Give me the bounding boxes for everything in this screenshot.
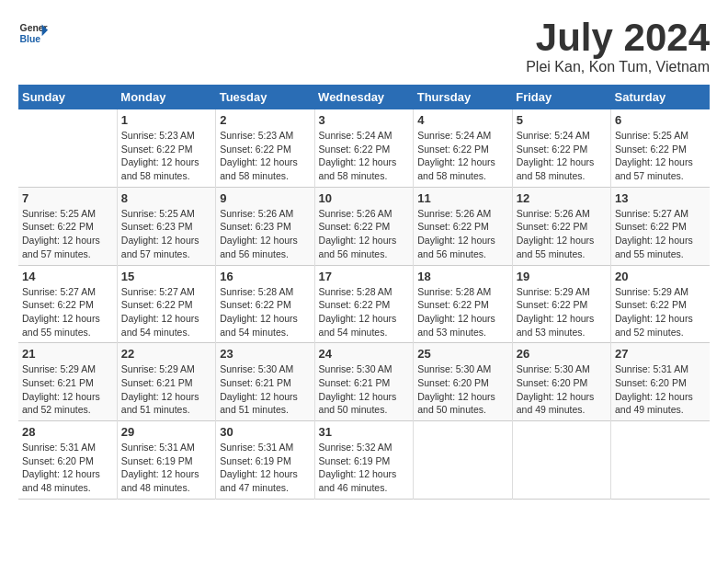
header-cell-tuesday: Tuesday — [216, 85, 314, 109]
header-cell-saturday: Saturday — [611, 85, 711, 109]
day-cell: 31Sunrise: 5:32 AM Sunset: 6:19 PM Dayli… — [314, 421, 414, 500]
day-number: 4 — [417, 113, 507, 127]
day-info: Sunrise: 5:25 AM Sunset: 6:22 PM Dayligh… — [615, 129, 706, 183]
day-number: 25 — [417, 347, 507, 361]
day-cell: 29Sunrise: 5:31 AM Sunset: 6:19 PM Dayli… — [117, 421, 215, 500]
day-cell: 12Sunrise: 5:26 AM Sunset: 6:22 PM Dayli… — [512, 187, 610, 265]
day-number: 23 — [220, 347, 310, 361]
header-cell-sunday: Sunday — [18, 85, 117, 109]
day-number: 9 — [220, 191, 310, 205]
day-cell — [512, 421, 610, 500]
day-info: Sunrise: 5:27 AM Sunset: 6:22 PM Dayligh… — [615, 207, 706, 261]
day-number: 29 — [121, 425, 211, 439]
week-row-2: 7Sunrise: 5:25 AM Sunset: 6:22 PM Daylig… — [18, 187, 710, 265]
day-info: Sunrise: 5:27 AM Sunset: 6:22 PM Dayligh… — [22, 285, 113, 339]
day-cell: 22Sunrise: 5:29 AM Sunset: 6:21 PM Dayli… — [117, 343, 215, 421]
day-number: 22 — [121, 347, 211, 361]
day-number: 13 — [615, 191, 706, 205]
day-cell: 4Sunrise: 5:24 AM Sunset: 6:22 PM Daylig… — [414, 109, 512, 187]
day-info: Sunrise: 5:31 AM Sunset: 6:20 PM Dayligh… — [22, 441, 113, 495]
day-cell: 30Sunrise: 5:31 AM Sunset: 6:19 PM Dayli… — [216, 421, 314, 500]
day-cell: 18Sunrise: 5:28 AM Sunset: 6:22 PM Dayli… — [414, 265, 512, 343]
day-info: Sunrise: 5:31 AM Sunset: 6:20 PM Dayligh… — [615, 362, 706, 417]
day-info: Sunrise: 5:28 AM Sunset: 6:22 PM Dayligh… — [220, 285, 310, 339]
day-info: Sunrise: 5:24 AM Sunset: 6:22 PM Dayligh… — [517, 129, 607, 183]
day-cell: 5Sunrise: 5:24 AM Sunset: 6:22 PM Daylig… — [512, 109, 610, 187]
day-info: Sunrise: 5:30 AM Sunset: 6:21 PM Dayligh… — [220, 362, 310, 417]
calendar-header: SundayMondayTuesdayWednesdayThursdayFrid… — [18, 85, 710, 109]
day-number: 30 — [220, 425, 310, 439]
day-info: Sunrise: 5:30 AM Sunset: 6:20 PM Dayligh… — [417, 362, 507, 417]
day-cell: 17Sunrise: 5:28 AM Sunset: 6:22 PM Dayli… — [314, 265, 414, 343]
day-info: Sunrise: 5:26 AM Sunset: 6:22 PM Dayligh… — [319, 207, 410, 261]
day-cell: 27Sunrise: 5:31 AM Sunset: 6:20 PM Dayli… — [611, 343, 711, 421]
day-number: 10 — [319, 191, 410, 205]
calendar-table: SundayMondayTuesdayWednesdayThursdayFrid… — [18, 85, 710, 500]
day-number: 21 — [22, 347, 113, 361]
day-info: Sunrise: 5:30 AM Sunset: 6:21 PM Dayligh… — [319, 362, 410, 417]
day-number: 27 — [615, 347, 706, 361]
day-info: Sunrise: 5:30 AM Sunset: 6:20 PM Dayligh… — [517, 362, 607, 417]
day-number: 6 — [615, 113, 706, 127]
day-number: 5 — [517, 113, 607, 127]
day-info: Sunrise: 5:25 AM Sunset: 6:23 PM Dayligh… — [121, 207, 211, 261]
day-number: 28 — [22, 425, 113, 439]
page-header: General Blue July 2024 Plei Kan, Kon Tum… — [18, 18, 710, 75]
week-row-3: 14Sunrise: 5:27 AM Sunset: 6:22 PM Dayli… — [18, 265, 710, 343]
day-cell — [414, 421, 512, 500]
header-row: SundayMondayTuesdayWednesdayThursdayFrid… — [18, 85, 710, 109]
location: Plei Kan, Kon Tum, Vietnam — [526, 59, 710, 75]
day-number: 15 — [121, 270, 211, 283]
day-cell: 11Sunrise: 5:26 AM Sunset: 6:22 PM Dayli… — [414, 187, 512, 265]
day-cell — [18, 109, 117, 187]
day-cell: 20Sunrise: 5:29 AM Sunset: 6:22 PM Dayli… — [611, 265, 711, 343]
day-cell: 13Sunrise: 5:27 AM Sunset: 6:22 PM Dayli… — [611, 187, 711, 265]
week-row-5: 28Sunrise: 5:31 AM Sunset: 6:20 PM Dayli… — [18, 421, 710, 500]
day-info: Sunrise: 5:27 AM Sunset: 6:22 PM Dayligh… — [121, 285, 211, 339]
logo: General Blue — [18, 18, 48, 48]
week-row-1: 1Sunrise: 5:23 AM Sunset: 6:22 PM Daylig… — [18, 109, 710, 187]
day-number: 2 — [220, 113, 310, 127]
day-cell: 19Sunrise: 5:29 AM Sunset: 6:22 PM Dayli… — [512, 265, 610, 343]
day-cell: 24Sunrise: 5:30 AM Sunset: 6:21 PM Dayli… — [314, 343, 414, 421]
day-info: Sunrise: 5:31 AM Sunset: 6:19 PM Dayligh… — [220, 441, 310, 495]
day-number: 1 — [121, 113, 211, 127]
logo-icon: General Blue — [18, 18, 48, 48]
day-number: 3 — [319, 113, 410, 127]
day-info: Sunrise: 5:23 AM Sunset: 6:22 PM Dayligh… — [121, 129, 211, 183]
day-number: 17 — [319, 270, 410, 283]
day-info: Sunrise: 5:24 AM Sunset: 6:22 PM Dayligh… — [319, 129, 410, 183]
day-cell: 25Sunrise: 5:30 AM Sunset: 6:20 PM Dayli… — [414, 343, 512, 421]
day-cell: 15Sunrise: 5:27 AM Sunset: 6:22 PM Dayli… — [117, 265, 215, 343]
day-info: Sunrise: 5:31 AM Sunset: 6:19 PM Dayligh… — [121, 441, 211, 495]
day-number: 26 — [517, 347, 607, 361]
svg-text:Blue: Blue — [20, 34, 41, 44]
day-info: Sunrise: 5:26 AM Sunset: 6:22 PM Dayligh… — [517, 207, 607, 261]
day-cell — [611, 421, 711, 500]
day-cell: 10Sunrise: 5:26 AM Sunset: 6:22 PM Dayli… — [314, 187, 414, 265]
day-info: Sunrise: 5:26 AM Sunset: 6:22 PM Dayligh… — [417, 207, 507, 261]
day-info: Sunrise: 5:32 AM Sunset: 6:19 PM Dayligh… — [319, 441, 410, 495]
day-info: Sunrise: 5:28 AM Sunset: 6:22 PM Dayligh… — [319, 285, 410, 339]
day-cell: 28Sunrise: 5:31 AM Sunset: 6:20 PM Dayli… — [18, 421, 117, 500]
header-cell-thursday: Thursday — [414, 85, 512, 109]
day-number: 7 — [22, 191, 113, 205]
day-cell: 21Sunrise: 5:29 AM Sunset: 6:21 PM Dayli… — [18, 343, 117, 421]
day-cell: 16Sunrise: 5:28 AM Sunset: 6:22 PM Dayli… — [216, 265, 314, 343]
day-number: 14 — [22, 270, 113, 283]
day-cell: 2Sunrise: 5:23 AM Sunset: 6:22 PM Daylig… — [216, 109, 314, 187]
day-info: Sunrise: 5:24 AM Sunset: 6:22 PM Dayligh… — [417, 129, 507, 183]
day-cell: 9Sunrise: 5:26 AM Sunset: 6:23 PM Daylig… — [216, 187, 314, 265]
header-cell-monday: Monday — [117, 85, 215, 109]
day-number: 20 — [615, 270, 706, 283]
day-cell: 3Sunrise: 5:24 AM Sunset: 6:22 PM Daylig… — [314, 109, 414, 187]
day-cell: 8Sunrise: 5:25 AM Sunset: 6:23 PM Daylig… — [117, 187, 215, 265]
day-number: 11 — [417, 191, 507, 205]
day-cell: 26Sunrise: 5:30 AM Sunset: 6:20 PM Dayli… — [512, 343, 610, 421]
day-cell: 14Sunrise: 5:27 AM Sunset: 6:22 PM Dayli… — [18, 265, 117, 343]
day-info: Sunrise: 5:23 AM Sunset: 6:22 PM Dayligh… — [220, 129, 310, 183]
day-number: 24 — [319, 347, 410, 361]
day-number: 19 — [517, 270, 607, 283]
day-info: Sunrise: 5:25 AM Sunset: 6:22 PM Dayligh… — [22, 207, 113, 261]
day-info: Sunrise: 5:29 AM Sunset: 6:22 PM Dayligh… — [615, 285, 706, 339]
